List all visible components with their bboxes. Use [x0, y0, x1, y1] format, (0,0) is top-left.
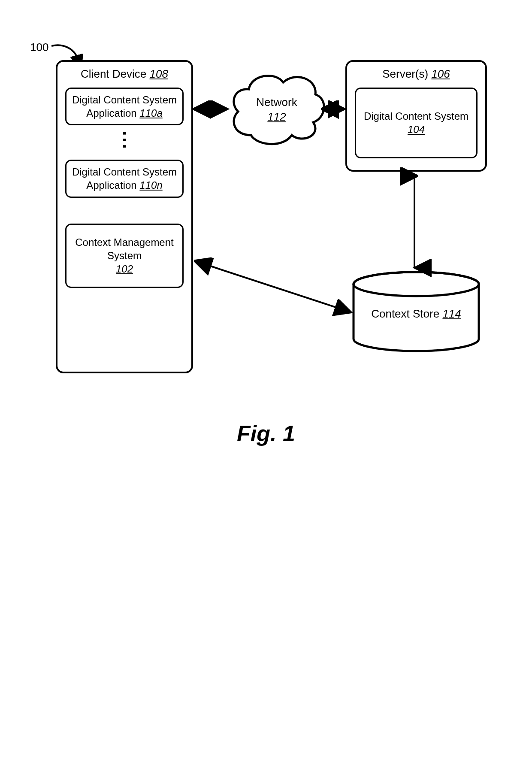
figure-page: 100 Client Device 108 Digital Content Sy…	[0, 0, 532, 781]
app-a-line1: Digital Content System	[70, 93, 179, 106]
context-store-ref: 114	[442, 307, 461, 320]
client-device-box: Client Device 108 Digital Content System…	[56, 60, 193, 373]
app-n-box: Digital Content System Application 110n	[65, 160, 184, 197]
context-store-label: Context Store 114	[360, 306, 472, 321]
svg-line-5	[197, 262, 351, 312]
network-ref: 112	[247, 110, 307, 124]
app-a-line2-text: Application	[86, 107, 136, 119]
network-label: Network 112	[247, 95, 307, 124]
cms-line1: Context Management System	[70, 236, 179, 262]
server-title-text: Server(s)	[382, 67, 428, 80]
client-device-title: Client Device 108	[81, 67, 168, 82]
app-a-line2: Application 110a	[70, 106, 179, 120]
network-label-text: Network	[247, 95, 307, 110]
server-title: Server(s) 106	[382, 67, 450, 82]
arrow-server-store	[412, 173, 417, 271]
ellipsis-icon: ···	[116, 131, 133, 151]
arrow-client-store	[194, 257, 355, 318]
context-store-label-text: Context Store	[371, 307, 439, 320]
cms-box: Context Management System 102	[65, 224, 184, 288]
server-inner-box: Digital Content System 104	[355, 88, 478, 158]
figure-number-text: 100	[30, 41, 48, 54]
app-a-box: Digital Content System Application 110a	[65, 88, 184, 125]
app-n-ref: 110n	[139, 179, 162, 191]
app-a-ref: 110a	[139, 107, 162, 119]
app-n-line1: Digital Content System	[70, 165, 179, 179]
app-n-line2: Application 110n	[70, 179, 179, 192]
client-device-ref: 108	[150, 67, 168, 80]
app-n-line2-text: Application	[86, 179, 136, 191]
server-inner-line1: Digital Content System	[364, 109, 469, 123]
arrow-client-network	[194, 106, 230, 112]
figure-caption: Fig. 1	[0, 421, 532, 446]
client-device-title-text: Client Device	[81, 67, 146, 80]
arrow-network-server	[322, 106, 348, 112]
server-box: Server(s) 106 Digital Content System 104	[345, 60, 487, 172]
server-ref: 106	[431, 67, 450, 80]
figure-number: 100	[30, 41, 48, 54]
cms-ref: 102	[70, 262, 179, 275]
server-inner-ref: 104	[408, 123, 425, 136]
